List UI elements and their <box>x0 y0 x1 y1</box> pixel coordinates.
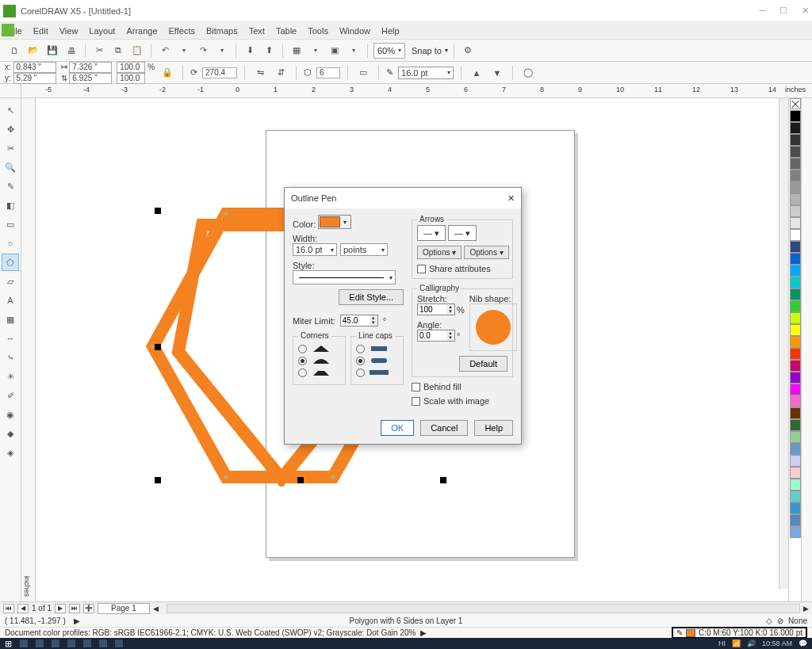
menu-item-bitmaps[interactable]: Bitmaps <box>206 26 238 36</box>
color-swatch[interactable] <box>790 502 801 514</box>
miter-limit-input[interactable]: ▲▼ <box>340 315 378 326</box>
paste-icon[interactable]: 📋 <box>129 43 145 59</box>
mirror-v-icon[interactable]: ⇵ <box>273 65 289 81</box>
color-swatch[interactable] <box>790 348 801 360</box>
selection-handle[interactable] <box>155 344 161 350</box>
mirror-h-icon[interactable]: ⇋ <box>252 65 268 81</box>
arrow-end-dropdown[interactable]: — ▾ <box>448 225 477 241</box>
default-button[interactable]: Default <box>459 356 508 372</box>
color-swatch[interactable] <box>790 431 801 443</box>
profiles-more-icon[interactable]: ▶ <box>420 628 427 637</box>
freehand-tool-icon[interactable]: ✎ <box>2 178 19 195</box>
color-swatch[interactable] <box>790 360 801 372</box>
horizontal-scroll-right-icon[interactable]: ▶ <box>803 605 809 613</box>
minimize-button[interactable]: ─ <box>759 6 765 16</box>
fill-tool-icon[interactable]: ◆ <box>2 425 19 442</box>
lock-ratio-icon[interactable]: 🔒 <box>159 65 175 81</box>
menu-item-arrange[interactable]: Arrange <box>126 26 157 36</box>
connector-tool-icon[interactable]: ⤷ <box>2 349 19 366</box>
taskbar-app-icon[interactable] <box>20 639 28 647</box>
rectangle-tool-icon[interactable]: ▭ <box>2 216 19 233</box>
color-swatch[interactable] <box>790 229 801 241</box>
color-swatch[interactable] <box>790 443 801 455</box>
cap-round-radio[interactable] <box>356 357 365 365</box>
cancel-button[interactable]: Cancel <box>420 420 468 436</box>
corner-bevel-radio[interactable] <box>298 368 307 377</box>
menu-item-help[interactable]: Help <box>381 26 400 36</box>
cap-square-radio[interactable] <box>356 368 365 377</box>
tray-time[interactable]: 10:58 AM <box>762 639 792 647</box>
first-page-button[interactable]: ⏮ <box>3 604 14 613</box>
angle-input[interactable]: ▲▼ <box>417 330 455 342</box>
import-icon[interactable]: ⬇ <box>242 43 258 59</box>
color-swatch[interactable] <box>790 514 801 526</box>
color-swatch[interactable] <box>790 193 801 205</box>
color-swatch[interactable] <box>790 181 801 193</box>
taskbar-app-icon[interactable] <box>99 639 107 647</box>
dimension-tool-icon[interactable]: ↔ <box>2 330 19 347</box>
effects-tool-icon[interactable]: ✳ <box>2 368 19 385</box>
shape-tool-icon[interactable]: ✥ <box>2 120 19 138</box>
prev-page-button[interactable]: ◀ <box>17 604 29 613</box>
color-swatch[interactable] <box>790 158 801 170</box>
next-page-button[interactable]: ▶ <box>55 604 66 613</box>
taskbar-app-icon[interactable] <box>115 639 123 647</box>
color-swatch[interactable] <box>790 384 801 395</box>
tray-notifications-icon[interactable]: 💬 <box>799 639 807 647</box>
cap-flat-radio[interactable] <box>356 345 365 353</box>
welcome-dropdown-icon[interactable]: ▾ <box>346 43 362 59</box>
color-swatch[interactable] <box>790 122 801 134</box>
color-swatch[interactable] <box>790 217 801 229</box>
add-page-button[interactable]: ➕ <box>83 604 94 613</box>
color-swatch[interactable] <box>790 134 801 146</box>
pick-tool-icon[interactable]: ↖ <box>2 101 19 119</box>
zoom-level-dropdown[interactable]: 60% ▾ <box>373 43 405 59</box>
y-input[interactable]: 5.29 " <box>13 73 56 84</box>
color-swatch[interactable] <box>790 300 801 312</box>
color-swatch[interactable] <box>790 419 801 431</box>
welcome-icon[interactable]: ▣ <box>327 43 343 59</box>
taskbar-app-icon[interactable] <box>36 639 44 647</box>
dialog-close-icon[interactable]: ✕ <box>508 193 515 204</box>
copy-icon[interactable]: ⧉ <box>110 43 126 59</box>
selection-handle[interactable] <box>440 477 446 483</box>
close-button[interactable]: ✕ <box>802 6 809 16</box>
outline-indicator[interactable]: ✎ C:0 M:60 Y:100 K:0 16.000 pt <box>672 627 807 639</box>
color-swatch[interactable] <box>790 205 801 217</box>
stretch-input[interactable]: ▲▼ <box>417 304 455 315</box>
crop-tool-icon[interactable]: ✂ <box>2 139 19 157</box>
menu-item-view[interactable]: View <box>59 26 79 36</box>
scale-with-image-checkbox[interactable]: Scale with image <box>412 396 513 406</box>
line-style-dropdown[interactable]: ▾ <box>293 270 396 284</box>
convert-curves-icon[interactable]: ◯ <box>520 65 536 81</box>
snap-dropdown-icon[interactable]: ▾ <box>445 47 448 54</box>
taskbar-app-icon[interactable] <box>83 639 91 647</box>
page-tab[interactable]: Page 1 <box>98 603 150 614</box>
last-page-button[interactable]: ⏭ <box>69 604 80 613</box>
color-swatch[interactable] <box>790 312 801 324</box>
color-swatch[interactable] <box>790 479 801 491</box>
tray-sound-icon[interactable]: 🔊 <box>747 639 756 647</box>
outline-color-picker[interactable]: ▾ <box>318 215 351 229</box>
color-swatch[interactable] <box>790 395 801 407</box>
arrow-start-dropdown[interactable]: — ▾ <box>417 225 446 241</box>
outline-width-dropdown[interactable]: 16.0 pt▾ <box>398 67 454 79</box>
color-swatch[interactable] <box>790 241 801 253</box>
ellipse-tool-icon[interactable]: ○ <box>2 235 19 252</box>
color-swatch[interactable] <box>790 277 801 288</box>
outline-width-input[interactable]: 16.0 pt▾ <box>293 243 337 256</box>
menu-item-window[interactable]: Window <box>339 26 370 36</box>
cut-icon[interactable]: ✂ <box>91 43 107 59</box>
open-icon[interactable]: 📂 <box>25 43 41 59</box>
new-icon[interactable]: 🗋 <box>6 43 22 59</box>
arrow-end-options-button[interactable]: Options ▾ <box>464 246 508 259</box>
color-swatch[interactable] <box>790 170 801 181</box>
share-attributes-checkbox[interactable]: Share attributes <box>417 264 508 273</box>
app-launcher-icon[interactable]: ▦ <box>289 43 304 59</box>
snap-to-label[interactable]: Snap to <box>412 46 442 55</box>
ok-button[interactable]: OK <box>381 420 414 436</box>
fill-indicator-icon[interactable]: ◇ <box>766 617 772 625</box>
menu-item-table[interactable]: Table <box>276 26 297 36</box>
color-swatch[interactable] <box>790 467 801 479</box>
to-back-icon[interactable]: ▼ <box>489 65 505 81</box>
